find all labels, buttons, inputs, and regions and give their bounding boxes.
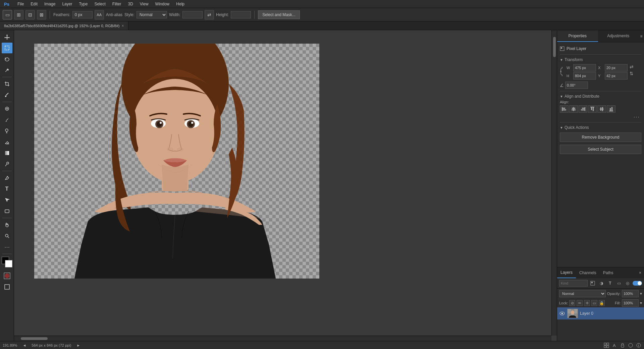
type-tool-btn[interactable]: T: [2, 184, 12, 194]
add-to-selection-btn[interactable]: ⊞: [14, 10, 23, 19]
menu-3d[interactable]: 3D: [125, 1, 136, 7]
path-select-tool-btn[interactable]: [2, 195, 12, 205]
layer-filter-adjust-btn[interactable]: ◑: [598, 280, 605, 287]
lock-status-icon[interactable]: [620, 343, 625, 348]
vertical-scrollbar[interactable]: [551, 30, 557, 336]
lock-all-btn[interactable]: 🔒: [599, 300, 605, 306]
arrange-icon[interactable]: [604, 343, 609, 348]
eraser-tool-btn[interactable]: [2, 137, 12, 147]
menu-window[interactable]: Window: [153, 1, 172, 7]
layer-filter-toggle[interactable]: [633, 281, 642, 286]
menu-type[interactable]: Type: [76, 1, 90, 7]
screen-mode-btn[interactable]: [2, 282, 12, 292]
lock-artboard-btn[interactable]: ▭: [591, 300, 597, 306]
layer-0-item[interactable]: Layer 0: [557, 307, 644, 319]
panel-menu-btn[interactable]: ≡: [639, 30, 644, 42]
menu-layer[interactable]: Layer: [59, 1, 75, 7]
layer-filter-shape-btn[interactable]: ▭: [615, 280, 623, 287]
more-options[interactable]: ···: [560, 114, 641, 120]
select-subject-btn[interactable]: Select Subject: [560, 145, 641, 154]
opacity-input[interactable]: [622, 290, 639, 297]
rectangle-tool-btn[interactable]: [2, 206, 12, 216]
brush-tool-btn[interactable]: [2, 114, 12, 125]
layers-tab[interactable]: Layers: [557, 267, 576, 278]
anti-alias-icon[interactable]: AA: [95, 10, 104, 19]
file-tab[interactable]: 8a2b6385af57bbc85690fed48431d255.jpg @ 1…: [0, 21, 128, 30]
menu-edit[interactable]: Edit: [28, 1, 40, 7]
width-prop-input[interactable]: [573, 64, 596, 71]
remove-background-btn[interactable]: Remove Background: [560, 133, 641, 142]
layer-filter-pixel-btn[interactable]: [589, 280, 596, 287]
menu-select[interactable]: Select: [92, 1, 108, 7]
move-tool-btn[interactable]: [2, 32, 12, 42]
adjustments-tab[interactable]: Adjustments: [598, 30, 639, 42]
marquee-tool-btn[interactable]: [2, 43, 12, 53]
flip-h-btn[interactable]: ⇄: [630, 64, 634, 69]
magic-wand-tool-btn[interactable]: [2, 65, 12, 76]
info-icon[interactable]: i: [636, 343, 641, 348]
align-left-btn[interactable]: [560, 105, 569, 113]
spot-heal-tool-btn[interactable]: [2, 103, 12, 114]
height-prop-input[interactable]: [573, 72, 596, 80]
layer-filter-smart-btn[interactable]: ◎: [624, 280, 631, 287]
dodge-tool-btn[interactable]: [2, 159, 12, 169]
rectangular-marquee-btn[interactable]: ▭: [3, 10, 12, 19]
clone-stamp-tool-btn[interactable]: [2, 126, 12, 136]
arrow-prev[interactable]: ◄: [22, 343, 26, 347]
align-bottom-btn[interactable]: [607, 105, 615, 113]
lock-proportions-btn[interactable]: [560, 66, 565, 77]
align-middle-v-btn[interactable]: [597, 105, 606, 113]
zoom-tool-btn[interactable]: [2, 231, 12, 241]
lock-position-btn[interactable]: ✛: [584, 300, 590, 306]
menu-file[interactable]: File: [15, 1, 26, 7]
tab-close-btn[interactable]: ×: [122, 23, 124, 28]
paths-tab[interactable]: Paths: [600, 267, 617, 278]
fill-arrow[interactable]: ▾: [640, 301, 642, 305]
height-input[interactable]: [231, 11, 251, 18]
align-top-btn[interactable]: [588, 105, 597, 113]
y-prop-input[interactable]: [605, 72, 628, 80]
gradient-tool-btn[interactable]: [2, 148, 12, 158]
channels-tab[interactable]: Channels: [576, 267, 600, 278]
style-select[interactable]: Normal Fixed Ratio Fixed Size: [137, 11, 167, 18]
quick-mask-btn[interactable]: [2, 270, 12, 281]
subtract-from-selection-btn[interactable]: ⊟: [25, 10, 35, 19]
quick-actions-section-header[interactable]: ▼ Quick Actions: [560, 125, 641, 130]
background-color[interactable]: [5, 260, 12, 267]
align-center-h-btn[interactable]: [569, 105, 578, 113]
menu-help[interactable]: Help: [173, 1, 187, 7]
opacity-arrow[interactable]: ▾: [640, 291, 642, 296]
layer-visibility-btn[interactable]: [559, 310, 565, 316]
globe-icon[interactable]: [628, 343, 633, 348]
x-prop-input[interactable]: [605, 64, 628, 71]
eyedropper-tool-btn[interactable]: [2, 90, 12, 100]
more-btn[interactable]: ···: [634, 114, 640, 120]
angle-input[interactable]: [565, 82, 588, 89]
width-input[interactable]: [182, 11, 203, 18]
select-mask-btn[interactable]: Select and Mask...: [258, 10, 300, 19]
properties-tab[interactable]: Properties: [557, 30, 598, 42]
feathers-input[interactable]: [72, 11, 93, 18]
transform-section-header[interactable]: ▼ Transform: [560, 57, 641, 62]
layer-filter-type-btn[interactable]: T: [606, 280, 614, 287]
align-section-header[interactable]: ▼ Align and Distribute: [560, 94, 641, 99]
arrow-next[interactable]: ►: [76, 343, 80, 347]
menu-view[interactable]: View: [137, 1, 151, 7]
swap-dimensions-btn[interactable]: ⇄: [205, 10, 214, 19]
horizontal-scroll-thumb[interactable]: [21, 337, 48, 340]
font-icon[interactable]: A: [612, 343, 617, 348]
layer-kind-filter[interactable]: [559, 280, 588, 287]
align-right-btn[interactable]: [579, 105, 587, 113]
extra-tools-btn[interactable]: ⋯: [2, 242, 12, 252]
horizontal-scrollbar[interactable]: [14, 336, 551, 341]
menu-image[interactable]: Image: [42, 1, 58, 7]
crop-tool-btn[interactable]: [2, 79, 12, 89]
lock-pixels-btn[interactable]: ⊘: [569, 300, 575, 306]
lasso-tool-btn[interactable]: [2, 54, 12, 64]
menu-filter[interactable]: Filter: [110, 1, 124, 7]
lock-image-btn[interactable]: ✏: [577, 300, 583, 306]
fill-input[interactable]: [622, 299, 639, 307]
intersect-selection-btn[interactable]: ⊠: [37, 10, 46, 19]
layers-panel-close-btn[interactable]: ×: [636, 267, 644, 278]
blend-mode-select[interactable]: Normal Dissolve Multiply Screen: [559, 290, 606, 297]
